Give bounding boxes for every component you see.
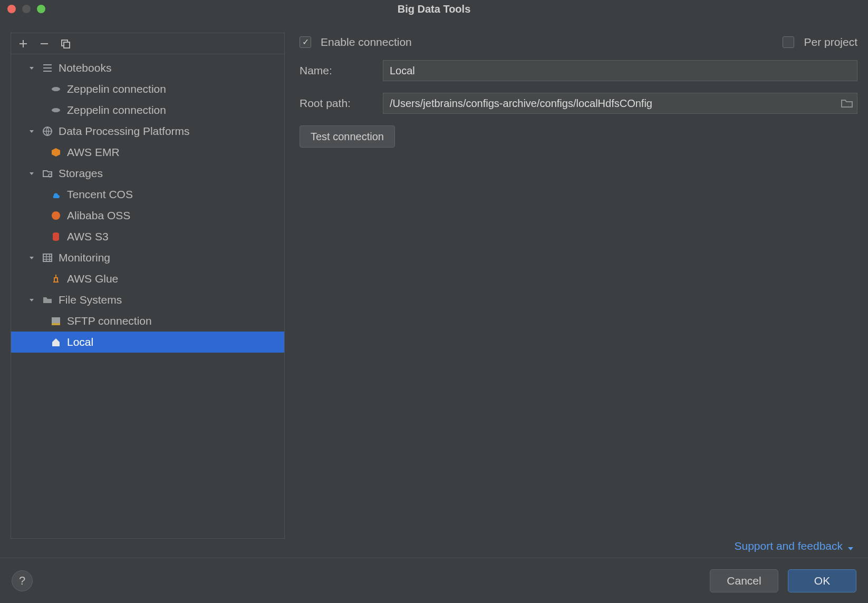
sidebar-toolbar — [11, 33, 284, 54]
chevron-down-icon — [27, 253, 36, 262]
tree-item-label: AWS S3 — [67, 230, 109, 243]
tree-group-label: Monitoring — [59, 251, 110, 264]
svg-rect-8 — [52, 317, 60, 323]
alibaba-oss-icon — [50, 210, 62, 221]
tree-item-label: AWS Glue — [67, 273, 118, 285]
root-path-label: Root path: — [300, 97, 373, 110]
aws-emr-icon — [50, 147, 62, 158]
home-icon — [50, 336, 62, 348]
tree-group[interactable]: Monitoring — [11, 247, 284, 268]
tree-item[interactable]: Zeppelin connection — [11, 79, 284, 100]
tree-group[interactable]: Storages — [11, 163, 284, 184]
list-icon — [42, 62, 53, 74]
tree-group-label: Data Processing Platforms — [59, 125, 190, 138]
tree-item[interactable]: AWS Glue — [11, 268, 284, 289]
tree-group[interactable]: File Systems — [11, 289, 284, 310]
per-project-label: Per project — [804, 36, 857, 48]
connection-form: Enable connection Per project Name: Root… — [300, 33, 857, 558]
browse-folder-icon[interactable] — [840, 96, 854, 111]
aws-glue-icon — [50, 273, 62, 285]
svg-rect-1 — [64, 42, 70, 48]
chevron-down-icon — [27, 295, 36, 305]
tree-group[interactable]: Notebooks — [11, 57, 284, 79]
svg-point-3 — [52, 108, 60, 112]
remove-button[interactable] — [38, 38, 50, 50]
svg-rect-7 — [43, 254, 52, 261]
support-and-feedback-link[interactable]: Support and feedback — [735, 540, 855, 552]
svg-rect-9 — [52, 323, 60, 325]
help-button[interactable]: ? — [12, 570, 33, 591]
tree-item[interactable]: Local — [11, 332, 284, 353]
per-project-checkbox[interactable] — [783, 36, 794, 48]
tencent-cos-icon — [50, 189, 62, 200]
test-connection-button[interactable]: Test connection — [300, 125, 395, 148]
copy-button[interactable] — [60, 38, 71, 50]
add-button[interactable] — [17, 38, 29, 50]
chevron-down-icon — [27, 127, 36, 136]
svg-point-6 — [52, 211, 60, 220]
support-link-label: Support and feedback — [735, 540, 843, 552]
cancel-button[interactable]: Cancel — [710, 569, 778, 592]
connections-tree[interactable]: NotebooksZeppelin connectionZeppelin con… — [11, 54, 284, 353]
window-minimize-button[interactable] — [22, 5, 31, 13]
name-input[interactable] — [383, 60, 857, 81]
tree-item-label: Tencent COS — [67, 188, 133, 201]
chevron-down-icon — [847, 542, 854, 550]
tree-item-label: Alibaba OSS — [67, 209, 130, 222]
zeppelin-icon — [50, 104, 62, 116]
chevron-down-icon — [27, 63, 36, 73]
tree-group[interactable]: Data Processing Platforms — [11, 121, 284, 142]
zeppelin-icon — [50, 83, 62, 95]
enable-connection-checkbox[interactable] — [300, 36, 311, 48]
tree-item[interactable]: SFTP connection — [11, 310, 284, 332]
tree-item[interactable]: Tencent COS — [11, 184, 284, 205]
tree-item[interactable]: Zeppelin connection — [11, 100, 284, 121]
tree-group-label: Notebooks — [59, 62, 111, 74]
tree-item[interactable]: AWS S3 — [11, 226, 284, 247]
folder-icon — [42, 294, 53, 306]
root-path-input[interactable] — [383, 93, 857, 114]
window-title: Big Data Tools — [0, 3, 868, 15]
chevron-down-icon — [27, 169, 36, 178]
tree-group-label: File Systems — [59, 294, 122, 306]
ok-button[interactable]: OK — [788, 569, 856, 592]
tree-item-label: Zeppelin connection — [67, 83, 166, 95]
tree-item-label: AWS EMR — [67, 146, 120, 159]
name-label: Name: — [300, 64, 373, 77]
tree-item[interactable]: Alibaba OSS — [11, 205, 284, 226]
window-close-button[interactable] — [7, 5, 16, 13]
dialog-footer: ? Cancel OK — [0, 558, 868, 603]
tree-item-label: Local — [67, 336, 93, 348]
aws-s3-icon — [50, 231, 62, 242]
tree-item-label: SFTP connection — [67, 315, 152, 327]
table-icon — [42, 252, 53, 264]
globe-icon — [42, 125, 53, 137]
window-maximize-button[interactable] — [37, 5, 45, 13]
svg-point-2 — [52, 87, 60, 91]
tree-item-label: Zeppelin connection — [67, 104, 166, 116]
enable-connection-label: Enable connection — [321, 36, 412, 48]
tree-group-label: Storages — [59, 167, 103, 180]
tree-item[interactable]: AWS EMR — [11, 142, 284, 163]
connections-sidebar: NotebooksZeppelin connectionZeppelin con… — [11, 33, 285, 539]
sftp-icon — [50, 315, 62, 327]
storages-icon — [42, 168, 53, 179]
title-bar: Big Data Tools — [0, 0, 868, 18]
